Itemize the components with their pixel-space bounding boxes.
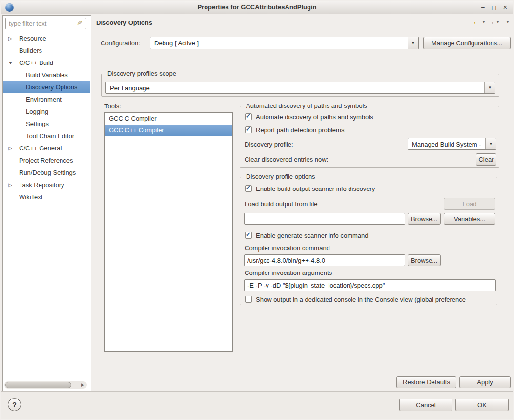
compiler-arguments-label: Compiler invocation arguments (245, 269, 332, 276)
sidebar-item-c-c-build[interactable]: ▼C/C++ Build (3, 57, 90, 69)
sidebar-item-label: Environment (26, 96, 62, 103)
automate-discovery-row[interactable]: Automate discovery of paths and symbols (245, 112, 497, 121)
window-controls: − ◻ × (481, 2, 507, 13)
discovery-profile-label: Discovery profile: (245, 141, 293, 148)
scrollbar-thumb[interactable] (5, 382, 71, 388)
window-title: Properties for GCCAttributesAndPlugin (50, 3, 464, 11)
sidebar-item-label: Project References (19, 157, 73, 164)
cancel-button[interactable]: Cancel (399, 399, 452, 411)
configuration-label: Configuration: (101, 40, 140, 47)
sidebar-tree: ▷ResourceBuilders▼C/C++ BuildBuild Varia… (3, 32, 90, 203)
chevron-down-icon[interactable]: ▼ (485, 138, 496, 149)
automate-discovery-checkbox[interactable] (245, 113, 252, 120)
sidebar: ✎ ▷ResourceBuilders▼C/C++ BuildBuild Var… (2, 15, 91, 391)
automated-discovery-group: Automated discovery of paths and symbols… (240, 106, 499, 168)
collapsed-arrow-icon[interactable]: ▷ (8, 146, 19, 151)
back-arrow-icon[interactable]: ← (473, 18, 481, 26)
manage-configurations-button[interactable]: Manage Configurations... (423, 37, 511, 49)
apply-button[interactable]: Apply (459, 376, 511, 388)
load-build-output-label: Load build output from file (245, 200, 318, 208)
sidebar-item-build-variables[interactable]: Build Variables (3, 69, 90, 81)
titlebar[interactable]: Properties for GCCAttributesAndPlugin − … (1, 1, 513, 14)
build-output-file-input[interactable] (244, 213, 405, 225)
nav-toolbar: ← ▾ → ▾ ▾ (473, 18, 509, 26)
collapsed-arrow-icon[interactable]: ▷ (8, 182, 19, 188)
discovery-profile-options-group: Discovery profile options Enable build o… (240, 177, 497, 305)
sidebar-item-label: Builders (19, 47, 42, 54)
forward-arrow-icon[interactable]: → (487, 18, 495, 26)
sidebar-item-settings[interactable]: Settings (3, 118, 90, 130)
chevron-down-icon[interactable]: ▼ (484, 82, 495, 93)
load-button[interactable]: Load (444, 198, 495, 210)
discovery-profile-value: Managed Build System - (412, 140, 483, 147)
discovery-profile-select[interactable]: Managed Build System - ▼ (408, 138, 496, 150)
help-button[interactable]: ? (8, 398, 21, 411)
collapsed-arrow-icon[interactable]: ▷ (8, 36, 19, 41)
minimize-button[interactable]: − (481, 2, 485, 13)
ok-button[interactable]: OK (455, 399, 509, 411)
browse-command-button[interactable]: Browse... (408, 254, 441, 266)
sidebar-item-task-repository[interactable]: ▷Task Repository (3, 179, 90, 191)
tools-list-item-gcc-c-compiler[interactable]: GCC C Compiler (105, 113, 232, 125)
sidebar-item-label: Task Repository (19, 181, 64, 189)
sidebar-horizontal-scrollbar[interactable]: ▶ (4, 381, 87, 389)
sidebar-item-logging[interactable]: Logging (3, 105, 90, 118)
console-output-checkbox[interactable] (245, 296, 252, 303)
configuration-value: Debug [ Active ] (154, 40, 405, 47)
tools-list[interactable]: GCC C CompilerGCC C++ Compiler (104, 112, 233, 352)
console-output-row[interactable]: Show output in a dedicated console in th… (245, 295, 495, 304)
sidebar-item-run-debug-settings[interactable]: Run/Debug Settings (3, 167, 90, 179)
compiler-command-input[interactable] (244, 254, 405, 266)
compiler-arguments-input[interactable] (244, 279, 496, 291)
checkbox-label: Automate discovery of paths and symbols (256, 113, 373, 121)
sidebar-item-resource[interactable]: ▷Resource (3, 32, 90, 44)
scroll-right-icon[interactable]: ▶ (81, 382, 84, 387)
checkbox-label: Report path detection problems (256, 126, 344, 134)
variables-button[interactable]: Variables... (444, 213, 495, 225)
sidebar-item-wikitext[interactable]: WikiText (3, 191, 90, 203)
filter-input[interactable] (5, 18, 86, 29)
sidebar-item-c-c-general[interactable]: ▷C/C++ General (3, 142, 90, 154)
forward-dropdown-icon[interactable]: ▾ (497, 20, 499, 24)
report-path-problems-checkbox[interactable] (245, 126, 252, 133)
sidebar-item-label: WikiText (19, 193, 42, 201)
sidebar-item-builders[interactable]: Builders (3, 44, 90, 57)
page-title: Discovery Options (96, 19, 152, 26)
back-dropdown-icon[interactable]: ▾ (483, 20, 485, 24)
sidebar-item-tool-chain-editor[interactable]: Tool Chain Editor (3, 130, 90, 142)
group-legend: Automated discovery of paths and symbols (244, 102, 370, 109)
clear-button[interactable]: Clear (476, 153, 496, 166)
sidebar-item-label: Tool Chain Editor (26, 132, 74, 140)
close-button[interactable]: × (503, 2, 507, 13)
scope-value: Per Language (110, 84, 482, 91)
tools-label: Tools: (104, 103, 121, 110)
enable-generate-row[interactable]: Enable generate scanner info command (245, 231, 495, 240)
enable-generate-checkbox[interactable] (245, 232, 252, 239)
tools-list-item-gcc-c-compiler[interactable]: GCC C++ Compiler (105, 125, 232, 136)
scope-select[interactable]: Per Language ▼ (105, 82, 495, 94)
filter-brush-icon[interactable]: ✎ (77, 19, 82, 27)
restore-defaults-button[interactable]: Restore Defaults (396, 376, 456, 388)
group-legend: Discovery profile options (244, 173, 318, 180)
checkbox-label: Enable generate scanner info command (256, 232, 369, 239)
footer-bar: ? Cancel OK (1, 391, 513, 419)
expanded-arrow-icon[interactable]: ▼ (8, 61, 19, 65)
report-path-problems-row[interactable]: Report path detection problems (245, 126, 497, 134)
configuration-select[interactable]: Debug [ Active ] ▼ (150, 37, 419, 49)
chevron-down-icon[interactable]: ▼ (408, 37, 418, 49)
eclipse-app-icon (5, 3, 14, 12)
browse-file-button[interactable]: Browse... (408, 213, 441, 225)
sidebar-item-discovery-options[interactable]: Discovery Options (3, 81, 90, 93)
clear-entries-label: Clear discovered entries now: (245, 156, 328, 163)
sidebar-item-label: Build Variables (26, 71, 68, 79)
maximize-button[interactable]: ◻ (491, 2, 497, 13)
sidebar-item-environment[interactable]: Environment (3, 93, 90, 105)
view-menu-icon[interactable]: ▾ (507, 20, 509, 24)
discovery-profiles-scope-group: Discovery profiles scope Per Language ▼ (101, 74, 499, 97)
sidebar-item-label: C/C++ Build (19, 59, 53, 66)
sidebar-item-label: Settings (26, 120, 49, 127)
enable-scanner-row[interactable]: Enable build output scanner info discove… (245, 184, 495, 193)
checkbox-label: Enable build output scanner info discove… (256, 185, 375, 192)
sidebar-item-project-references[interactable]: Project References (3, 154, 90, 167)
enable-scanner-checkbox[interactable] (245, 185, 252, 192)
